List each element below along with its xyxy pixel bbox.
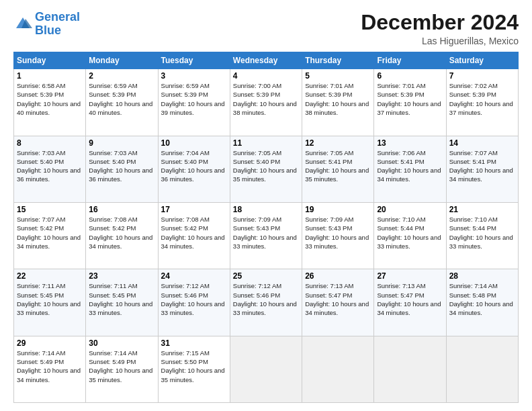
calendar-cell: 25 Sunrise: 7:12 AM Sunset: 5:46 PM Dayl… bbox=[230, 269, 302, 336]
calendar-cell: 3 Sunrise: 6:59 AM Sunset: 5:39 PM Dayli… bbox=[158, 69, 230, 136]
calendar-cell: 21 Sunrise: 7:10 AM Sunset: 5:44 PM Dayl… bbox=[446, 202, 518, 269]
calendar-week-3: 15 Sunrise: 7:07 AM Sunset: 5:42 PM Dayl… bbox=[14, 202, 519, 269]
day-number: 20 bbox=[377, 205, 443, 214]
day-number: 23 bbox=[89, 271, 154, 281]
day-info: Sunrise: 7:13 AM Sunset: 5:47 PM Dayligh… bbox=[377, 281, 443, 317]
day-number: 16 bbox=[89, 205, 154, 214]
day-info: Sunrise: 7:07 AM Sunset: 5:42 PM Dayligh… bbox=[17, 215, 83, 250]
logo-line1: General bbox=[35, 10, 80, 24]
header: General Blue December 2024 Las Higuerill… bbox=[13, 11, 519, 46]
day-number: 6 bbox=[377, 71, 443, 81]
title-block: December 2024 Las Higuerillas, Mexico bbox=[361, 11, 519, 46]
calendar-body: 1 Sunrise: 6:58 AM Sunset: 5:39 PM Dayli… bbox=[14, 69, 519, 403]
calendar-cell: 22 Sunrise: 7:11 AM Sunset: 5:45 PM Dayl… bbox=[14, 269, 86, 336]
day-info: Sunrise: 7:12 AM Sunset: 5:46 PM Dayligh… bbox=[233, 281, 299, 317]
day-info: Sunrise: 7:05 AM Sunset: 5:41 PM Dayligh… bbox=[305, 148, 371, 184]
calendar-cell: 20 Sunrise: 7:10 AM Sunset: 5:44 PM Dayl… bbox=[374, 202, 446, 269]
calendar-cell: 24 Sunrise: 7:12 AM Sunset: 5:46 PM Dayl… bbox=[158, 269, 230, 336]
day-number: 11 bbox=[233, 138, 299, 148]
day-info: Sunrise: 7:06 AM Sunset: 5:41 PM Dayligh… bbox=[377, 148, 443, 184]
day-info: Sunrise: 6:58 AM Sunset: 5:39 PM Dayligh… bbox=[17, 81, 83, 117]
day-info: Sunrise: 7:00 AM Sunset: 5:39 PM Dayligh… bbox=[233, 81, 299, 117]
day-number: 28 bbox=[449, 271, 515, 281]
col-header-saturday: Saturday bbox=[446, 52, 518, 69]
calendar-week-5: 29 Sunrise: 7:14 AM Sunset: 5:49 PM Dayl… bbox=[14, 336, 519, 402]
calendar-cell: 10 Sunrise: 7:04 AM Sunset: 5:40 PM Dayl… bbox=[158, 136, 230, 202]
col-header-tuesday: Tuesday bbox=[158, 52, 230, 69]
day-info: Sunrise: 7:14 AM Sunset: 5:49 PM Dayligh… bbox=[17, 349, 83, 384]
day-info: Sunrise: 7:10 AM Sunset: 5:44 PM Dayligh… bbox=[377, 215, 443, 250]
day-number: 12 bbox=[305, 138, 371, 148]
calendar-cell: 15 Sunrise: 7:07 AM Sunset: 5:42 PM Dayl… bbox=[14, 202, 86, 269]
calendar-week-4: 22 Sunrise: 7:11 AM Sunset: 5:45 PM Dayl… bbox=[14, 269, 519, 336]
calendar-cell: 11 Sunrise: 7:05 AM Sunset: 5:40 PM Dayl… bbox=[230, 136, 302, 202]
day-number: 7 bbox=[449, 71, 515, 81]
calendar-cell: 17 Sunrise: 7:08 AM Sunset: 5:42 PM Dayl… bbox=[158, 202, 230, 269]
day-info: Sunrise: 7:11 AM Sunset: 5:45 PM Dayligh… bbox=[17, 281, 83, 317]
location: Las Higuerillas, Mexico bbox=[361, 36, 519, 46]
day-number: 21 bbox=[449, 205, 515, 214]
calendar-cell bbox=[446, 336, 518, 402]
day-number: 8 bbox=[17, 138, 83, 148]
day-number: 29 bbox=[17, 338, 83, 348]
logo-text: General Blue bbox=[35, 11, 80, 38]
calendar-cell: 14 Sunrise: 7:07 AM Sunset: 5:41 PM Dayl… bbox=[446, 136, 518, 202]
day-info: Sunrise: 7:14 AM Sunset: 5:48 PM Dayligh… bbox=[449, 281, 515, 317]
day-number: 25 bbox=[233, 271, 299, 281]
calendar-header-row: SundayMondayTuesdayWednesdayThursdayFrid… bbox=[14, 52, 519, 69]
month-title: December 2024 bbox=[361, 11, 519, 34]
calendar-cell: 9 Sunrise: 7:03 AM Sunset: 5:40 PM Dayli… bbox=[86, 136, 158, 202]
day-number: 31 bbox=[161, 338, 227, 348]
day-number: 3 bbox=[161, 71, 227, 81]
calendar-cell bbox=[374, 336, 446, 402]
day-number: 2 bbox=[89, 71, 154, 81]
col-header-wednesday: Wednesday bbox=[230, 52, 302, 69]
day-info: Sunrise: 7:12 AM Sunset: 5:46 PM Dayligh… bbox=[161, 281, 227, 317]
logo-line2: Blue bbox=[35, 24, 61, 37]
calendar-cell: 7 Sunrise: 7:02 AM Sunset: 5:39 PM Dayli… bbox=[446, 69, 518, 136]
day-number: 17 bbox=[161, 205, 227, 214]
day-info: Sunrise: 7:10 AM Sunset: 5:44 PM Dayligh… bbox=[449, 215, 515, 250]
logo-icon bbox=[13, 15, 32, 34]
calendar-cell: 12 Sunrise: 7:05 AM Sunset: 5:41 PM Dayl… bbox=[302, 136, 374, 202]
day-info: Sunrise: 7:03 AM Sunset: 5:40 PM Dayligh… bbox=[89, 148, 154, 184]
day-info: Sunrise: 7:01 AM Sunset: 5:39 PM Dayligh… bbox=[305, 81, 371, 117]
calendar-cell: 23 Sunrise: 7:11 AM Sunset: 5:45 PM Dayl… bbox=[86, 269, 158, 336]
day-info: Sunrise: 7:11 AM Sunset: 5:45 PM Dayligh… bbox=[89, 281, 154, 317]
day-info: Sunrise: 7:04 AM Sunset: 5:40 PM Dayligh… bbox=[161, 148, 227, 184]
day-number: 27 bbox=[377, 271, 443, 281]
day-number: 1 bbox=[17, 71, 83, 81]
day-info: Sunrise: 6:59 AM Sunset: 5:39 PM Dayligh… bbox=[161, 81, 227, 117]
day-info: Sunrise: 7:03 AM Sunset: 5:40 PM Dayligh… bbox=[17, 148, 83, 184]
calendar-cell: 4 Sunrise: 7:00 AM Sunset: 5:39 PM Dayli… bbox=[230, 69, 302, 136]
day-info: Sunrise: 7:15 AM Sunset: 5:50 PM Dayligh… bbox=[161, 349, 227, 384]
day-info: Sunrise: 7:01 AM Sunset: 5:39 PM Dayligh… bbox=[377, 81, 443, 117]
calendar-cell: 30 Sunrise: 7:14 AM Sunset: 5:49 PM Dayl… bbox=[86, 336, 158, 402]
day-info: Sunrise: 7:14 AM Sunset: 5:49 PM Dayligh… bbox=[89, 349, 154, 384]
day-number: 19 bbox=[305, 205, 371, 214]
page: General Blue December 2024 Las Higuerill… bbox=[0, 0, 532, 411]
calendar-cell bbox=[230, 336, 302, 402]
calendar-cell bbox=[302, 336, 374, 402]
day-info: Sunrise: 7:13 AM Sunset: 5:47 PM Dayligh… bbox=[305, 281, 371, 317]
calendar-cell: 29 Sunrise: 7:14 AM Sunset: 5:49 PM Dayl… bbox=[14, 336, 86, 402]
col-header-thursday: Thursday bbox=[302, 52, 374, 69]
day-number: 4 bbox=[233, 71, 299, 81]
logo: General Blue bbox=[13, 11, 80, 38]
calendar-cell: 19 Sunrise: 7:09 AM Sunset: 5:43 PM Dayl… bbox=[302, 202, 374, 269]
day-info: Sunrise: 7:09 AM Sunset: 5:43 PM Dayligh… bbox=[233, 215, 299, 250]
day-number: 30 bbox=[89, 338, 154, 348]
calendar-cell: 1 Sunrise: 6:58 AM Sunset: 5:39 PM Dayli… bbox=[14, 69, 86, 136]
calendar-week-1: 1 Sunrise: 6:58 AM Sunset: 5:39 PM Dayli… bbox=[14, 69, 519, 136]
day-info: Sunrise: 7:05 AM Sunset: 5:40 PM Dayligh… bbox=[233, 148, 299, 184]
day-number: 22 bbox=[17, 271, 83, 281]
day-info: Sunrise: 7:02 AM Sunset: 5:39 PM Dayligh… bbox=[449, 81, 515, 117]
calendar-table: SundayMondayTuesdayWednesdayThursdayFrid… bbox=[13, 52, 519, 403]
day-number: 15 bbox=[17, 205, 83, 214]
day-info: Sunrise: 6:59 AM Sunset: 5:39 PM Dayligh… bbox=[89, 81, 154, 117]
calendar-cell: 16 Sunrise: 7:08 AM Sunset: 5:42 PM Dayl… bbox=[86, 202, 158, 269]
col-header-monday: Monday bbox=[86, 52, 158, 69]
col-header-friday: Friday bbox=[374, 52, 446, 69]
day-number: 13 bbox=[377, 138, 443, 148]
day-info: Sunrise: 7:07 AM Sunset: 5:41 PM Dayligh… bbox=[449, 148, 515, 184]
